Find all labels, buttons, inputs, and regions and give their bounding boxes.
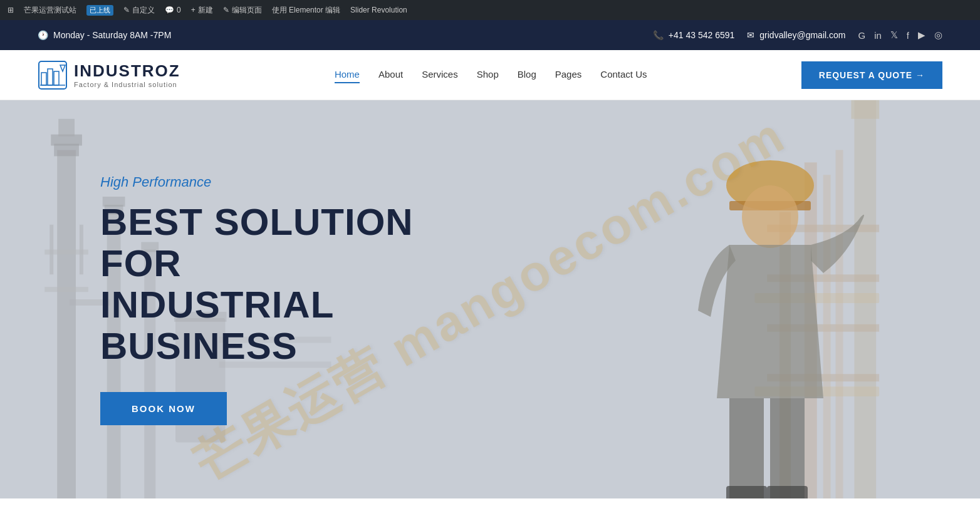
logo-text: INDUSTROZ Factory & Industrial solution (74, 61, 180, 88)
phone-number: +41 43 542 6591 (669, 30, 735, 40)
svg-rect-40 (770, 398, 805, 498)
top-bar: 🕐 Monday - Saturday 8AM -7PM 📞 +41 43 54… (0, 20, 980, 50)
comments-count: 0 (177, 6, 181, 14)
site-name-label: 芒果运营测试站 (24, 5, 76, 16)
svg-rect-9 (58, 119, 75, 137)
svg-marker-5 (60, 65, 65, 71)
top-bar-hours: 🕐 Monday - Saturday 8AM -7PM (38, 30, 171, 40)
status-badge: 已上线 (86, 5, 113, 16)
nav-blog[interactable]: Blog (518, 66, 536, 83)
google-icon[interactable]: G (858, 30, 865, 41)
youtube-icon[interactable]: ▶ (918, 29, 925, 41)
edit-page-label: 编辑页面 (232, 5, 262, 16)
svg-rect-1 (41, 73, 46, 85)
facebook-icon[interactable]: f (907, 30, 909, 41)
slider-label: Slider Revolution (350, 6, 407, 14)
svg-point-38 (742, 185, 798, 248)
admin-bar: ⊞ 芒果运营测试站 已上线 ✎ 自定义 💬 0 + 新建 ✎ 编辑页面 使用 E… (0, 0, 980, 20)
logo-icon (38, 60, 68, 90)
hero-title: BEST SOLUTION FOR INDUSTRIAL BUSINESS (100, 202, 501, 367)
hero-subtitle: High Performance (100, 174, 501, 190)
svg-rect-2 (48, 69, 53, 85)
social-links: G in 𝕏 f ▶ ◎ (858, 29, 942, 41)
worker-figure (667, 135, 867, 498)
book-now-label: BOOK NOW (132, 403, 195, 414)
nav-home[interactable]: Home (335, 66, 360, 83)
hours-text: Monday - Saturday 8AM -7PM (53, 30, 171, 40)
customize-label: 自定义 (132, 5, 155, 16)
header: INDUSTROZ Factory & Industrial solution … (0, 50, 980, 100)
admin-new[interactable]: + 新建 (191, 5, 213, 16)
elementor-label: 使用 Elementor 编辑 (272, 5, 340, 16)
nav-services[interactable]: Services (422, 66, 458, 83)
admin-wp-icon[interactable]: ⊞ (8, 6, 14, 14)
svg-rect-3 (54, 71, 59, 85)
svg-rect-25 (851, 100, 879, 119)
twitter-icon[interactable]: 𝕏 (890, 29, 898, 41)
svg-rect-42 (767, 486, 808, 498)
instagram-icon[interactable]: ◎ (934, 29, 942, 41)
phone-contact[interactable]: 📞 +41 43 542 6591 (653, 30, 735, 40)
email-address: gridvalley@gmail.com (759, 30, 845, 40)
email-contact[interactable]: ✉ gridvalley@gmail.com (747, 30, 845, 40)
book-now-button[interactable]: BOOK NOW (100, 392, 227, 425)
nav-about[interactable]: About (378, 66, 403, 83)
phone-icon: 📞 (653, 30, 664, 40)
email-icon: ✉ (747, 30, 754, 40)
svg-rect-39 (729, 398, 764, 498)
logo-subtitle: Factory & Industrial solution (74, 81, 180, 88)
request-quote-button[interactable]: REQUEST A QUOTE → (801, 61, 942, 89)
nav-pages[interactable]: Pages (555, 66, 582, 83)
clock-icon: 🕐 (38, 30, 48, 40)
admin-edit-page[interactable]: ✎ 编辑页面 (223, 5, 262, 16)
new-label: 新建 (198, 5, 213, 16)
nav-shop[interactable]: Shop (477, 66, 499, 83)
admin-elementor[interactable]: 使用 Elementor 编辑 (272, 5, 340, 16)
quote-button-label: REQUEST A QUOTE → (819, 70, 925, 80)
hero-title-line1: BEST SOLUTION FOR (100, 201, 414, 284)
nav-contact[interactable]: Contact Us (600, 66, 647, 83)
svg-rect-41 (726, 486, 767, 498)
logo-title: INDUSTROZ (74, 61, 180, 81)
linkedin-icon[interactable]: in (874, 30, 882, 41)
logo[interactable]: INDUSTROZ Factory & Industrial solution (38, 60, 180, 90)
admin-slider[interactable]: Slider Revolution (350, 6, 407, 14)
hero-title-line2: INDUSTRIAL BUSINESS (100, 284, 333, 367)
main-nav: Home About Services Shop Blog Pages Cont… (335, 66, 647, 83)
admin-site-name[interactable]: 芒果运营测试站 (24, 5, 76, 16)
hero-section: 芒果运营 mangoecom.com High Performance BEST… (0, 100, 980, 498)
admin-status-badge[interactable]: 已上线 (86, 5, 113, 16)
admin-customize[interactable]: ✎ 自定义 (123, 5, 155, 16)
hero-content: High Performance BEST SOLUTION FOR INDUS… (0, 174, 501, 425)
admin-comments[interactable]: 💬 0 (165, 6, 181, 14)
top-bar-contacts: 📞 +41 43 542 6591 ✉ gridvalley@gmail.com… (653, 29, 942, 41)
